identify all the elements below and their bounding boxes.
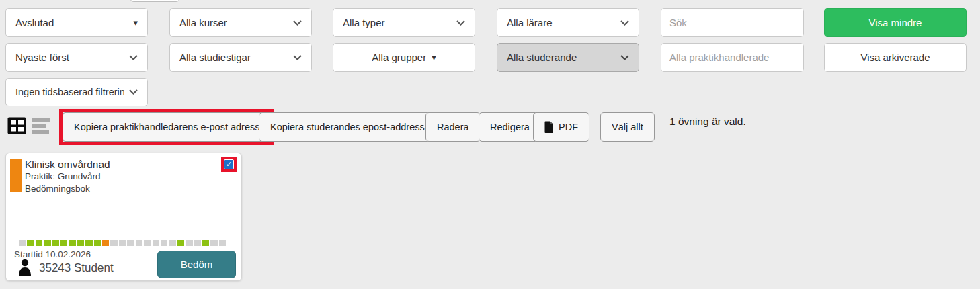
card-book-type: Bedömningsbok xyxy=(25,183,200,195)
top-partial-element xyxy=(130,0,180,2)
show-less-button[interactable]: Visa mindre xyxy=(824,8,967,37)
chevron-down-icon xyxy=(293,55,302,60)
select-all-button[interactable]: Välj allt xyxy=(600,112,655,142)
grid-view-icon xyxy=(7,116,27,136)
progress-segment-gray xyxy=(119,240,126,246)
progress-segment-gray xyxy=(186,240,192,246)
progress-segment-orange xyxy=(102,240,109,246)
teachers-filter-label: Alla lärare xyxy=(507,17,615,28)
status-filter-select[interactable]: Avslutad ▾ xyxy=(5,8,148,37)
pdf-button[interactable]: PDF xyxy=(533,112,589,142)
list-view-button[interactable] xyxy=(31,116,51,136)
card-checkbox-highlight: ✓ xyxy=(221,157,237,172)
assess-button[interactable]: Bedöm xyxy=(157,251,236,278)
progress-segment-green xyxy=(202,240,209,246)
card-title: Klinisk omvårdnad xyxy=(25,158,200,171)
card-subtitle: Praktik: Grundvård xyxy=(25,171,200,183)
assess-button-label: Bedöm xyxy=(181,259,213,270)
start-date-text: Starttid 10.02.2026 xyxy=(14,249,91,259)
start-date-value: 10.02.2026 xyxy=(46,249,91,259)
progress-segment-green xyxy=(27,240,34,246)
delete-button[interactable]: Radera xyxy=(425,112,481,142)
chevron-down-icon xyxy=(293,20,302,26)
sort-label: Nyaste först xyxy=(15,52,124,63)
chevron-down-icon xyxy=(129,55,138,60)
time-filter-label: Ingen tidsbaserad filtrering xyxy=(15,87,124,97)
groups-dropdown-button[interactable]: Alla grupper ▾ xyxy=(333,43,475,72)
progress-segment-green xyxy=(94,240,101,246)
card-checkbox[interactable]: ✓ xyxy=(224,159,234,169)
study-paths-select[interactable]: Alla studiestigar xyxy=(169,43,312,72)
progress-segment-green xyxy=(85,240,92,246)
progress-segment-gray xyxy=(210,240,217,246)
progress-segment-green xyxy=(52,240,59,246)
progress-segment-gray xyxy=(110,240,117,246)
progress-segment-gray xyxy=(194,240,201,246)
chevron-down-icon xyxy=(620,20,629,26)
teachers-filter-select[interactable]: Alla lärare xyxy=(497,8,639,37)
time-filter-select[interactable]: Ingen tidsbaserad filtrering xyxy=(5,78,148,106)
caret-down-icon: ▾ xyxy=(432,53,436,62)
progress-segment-green xyxy=(177,240,184,246)
progress-segment-green xyxy=(36,240,42,246)
progress-segment-green xyxy=(69,240,75,246)
courses-filter-label: Alla kurser xyxy=(179,17,288,28)
copy-student-email-button[interactable]: Kopiera studerandes epost-address xyxy=(259,112,436,142)
copy-supervisor-email-highlight: Kopiera praktikhandledarens e-post adres… xyxy=(59,109,274,145)
study-paths-label: Alla studiestigar xyxy=(179,52,288,63)
card-color-bar xyxy=(10,159,22,192)
progress-segment-gray xyxy=(136,240,142,246)
chevron-down-icon xyxy=(129,89,138,95)
student-icon xyxy=(17,259,32,280)
status-filter-label: Avslutad xyxy=(15,17,128,28)
edit-button[interactable]: Redigera xyxy=(479,112,541,142)
progress-segment-gray xyxy=(19,240,26,246)
supervisor-search-group xyxy=(661,43,804,72)
supervisor-search-input[interactable] xyxy=(661,44,804,71)
types-filter-select[interactable]: Alla typer xyxy=(333,8,475,37)
selection-status-text: 1 övning är vald. xyxy=(669,116,746,128)
students-select[interactable]: Alla studerande xyxy=(497,43,639,72)
courses-filter-select[interactable]: Alla kurser xyxy=(169,8,312,37)
students-label: Alla studerande xyxy=(507,52,615,63)
progress-segment-gray xyxy=(161,240,167,246)
search-input[interactable] xyxy=(661,9,804,36)
progress-bar xyxy=(19,240,226,246)
progress-segment-gray xyxy=(127,240,134,246)
progress-segment-gray xyxy=(169,240,175,246)
start-date-label: Starttid xyxy=(14,249,43,259)
pdf-label: PDF xyxy=(559,122,578,132)
progress-segment-gray xyxy=(153,240,159,246)
progress-segment-green xyxy=(44,240,50,246)
caret-down-icon: ▾ xyxy=(133,18,138,27)
search-group xyxy=(661,8,804,37)
show-archived-button[interactable]: Visa arkiverade xyxy=(824,43,967,72)
chevron-down-icon xyxy=(620,55,629,60)
chevron-down-icon xyxy=(456,20,465,26)
file-icon xyxy=(544,121,554,133)
list-view-icon xyxy=(31,116,51,136)
sort-select[interactable]: Nyaste först xyxy=(5,43,148,72)
progress-segment-green xyxy=(77,240,84,246)
show-less-label: Visa mindre xyxy=(869,17,922,28)
exercise-card[interactable]: Klinisk omvårdnad Praktik: Grundvård Bed… xyxy=(5,153,242,281)
copy-supervisor-email-button[interactable]: Kopiera praktikhandledarens e-post adres… xyxy=(63,112,271,142)
progress-segment-gray xyxy=(219,240,226,246)
show-archived-label: Visa arkiverade xyxy=(860,52,930,63)
progress-segment-gray xyxy=(144,240,151,246)
student-name: 35243 Student xyxy=(39,261,114,275)
grid-view-button[interactable] xyxy=(7,116,27,136)
types-filter-label: Alla typer xyxy=(343,17,451,28)
progress-segment-green xyxy=(60,240,67,246)
groups-label: Alla grupper xyxy=(372,52,426,63)
